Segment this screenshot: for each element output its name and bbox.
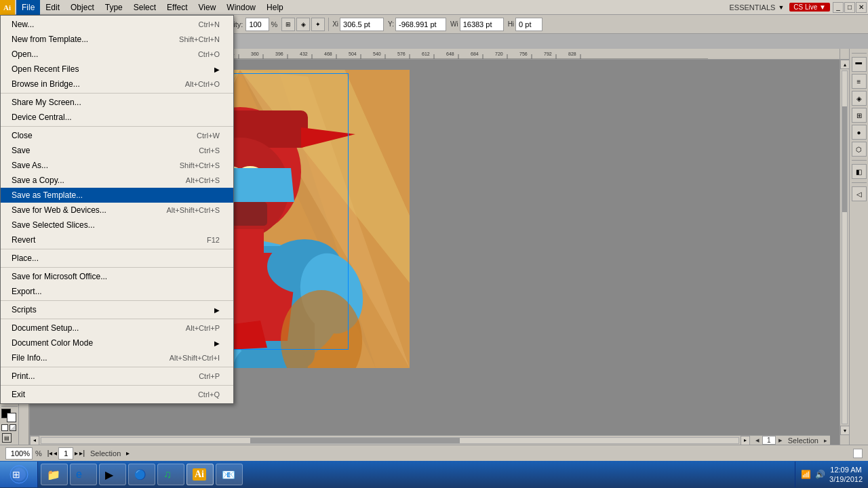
w-input[interactable]: [460, 18, 504, 31]
menu-item-device-central[interactable]: Device Central...: [1, 110, 233, 125]
icon-btn-2[interactable]: ◈: [296, 18, 310, 31]
menu-item-save-copy[interactable]: Save a Copy... Alt+Ctrl+S: [1, 173, 233, 188]
taskbar-illustrator[interactable]: Ai: [186, 464, 214, 485]
h-scroll-track[interactable]: [41, 437, 739, 444]
scroll-left-btn[interactable]: ◂: [30, 436, 39, 445]
panel-btn-1[interactable]: ▌: [852, 57, 867, 72]
panel-btn-4[interactable]: ⊞: [852, 108, 867, 123]
menu-item-save-web[interactable]: Save for Web & Devices... Alt+Shift+Ctrl…: [1, 203, 233, 218]
close-btn[interactable]: ✕: [856, 2, 867, 13]
menu-item-print[interactable]: Print... Ctrl+P: [1, 369, 233, 384]
menu-item-bridge[interactable]: Browse in Bridge... Alt+Ctrl+O: [1, 77, 233, 92]
maximize-btn[interactable]: □: [844, 2, 855, 13]
taskbar-app7[interactable]: 📧: [216, 464, 243, 485]
panel-toggle-btn[interactable]: ◁: [852, 186, 867, 201]
mode-arrow[interactable]: ▸: [824, 437, 827, 444]
system-clock[interactable]: 12:09 AM 3/19/2012: [829, 465, 863, 485]
menu-type[interactable]: Type: [100, 0, 128, 15]
menu-item-save-slices[interactable]: Save Selected Slices...: [1, 218, 233, 232]
menu-effect[interactable]: Effect: [161, 0, 193, 15]
scroll-right-btn[interactable]: ▸: [741, 436, 750, 445]
cs-live-btn[interactable]: CS Live ▼: [789, 3, 830, 12]
x-input[interactable]: [340, 18, 384, 31]
prev-page-btn[interactable]: ◂: [755, 436, 760, 445]
icon-btn-3[interactable]: ✦: [311, 18, 325, 31]
menu-item-new-template[interactable]: New from Template... Shift+Ctrl+N: [1, 32, 233, 47]
next-page-btn[interactable]: ▸: [778, 436, 783, 445]
menu-item-save-as[interactable]: Save As... Shift+Ctrl+S: [1, 158, 233, 173]
menu-select[interactable]: Select: [128, 0, 161, 15]
prev-page-btn[interactable]: ◂: [54, 449, 57, 457]
page-nav: ◂ 1 ▸: [755, 436, 783, 445]
panel-btn-5[interactable]: ●: [852, 125, 867, 140]
v-scrollbar[interactable]: ▴ ▾: [840, 60, 849, 445]
statusbar-mode: Selection: [90, 449, 121, 458]
start-button[interactable]: ⊞: [0, 462, 38, 487]
h-scrollbar[interactable]: ◂ ▸ ◂ 1 ▸ Selection ▸: [30, 435, 830, 445]
taskbar-wmp[interactable]: ▶: [99, 464, 126, 485]
panel-btn-7[interactable]: ◧: [852, 164, 867, 179]
tray-speaker-icon: 🔊: [815, 470, 825, 479]
first-page-btn[interactable]: |◂: [47, 449, 53, 457]
menu-window[interactable]: Window: [221, 0, 261, 15]
color-swatches[interactable]: [1, 409, 18, 424]
scroll-down-btn[interactable]: ▾: [840, 426, 849, 435]
corner-resize: [840, 435, 849, 445]
menu-item-place[interactable]: Place...: [1, 251, 233, 266]
menu-item-file-info[interactable]: File Info... Alt+Shift+Ctrl+I: [1, 350, 233, 365]
mode-expand-btn[interactable]: ▸: [126, 449, 130, 457]
menu-item-export[interactable]: Export...: [1, 284, 233, 299]
menu-view[interactable]: View: [193, 0, 222, 15]
tray-network-icon: 📶: [801, 470, 811, 479]
back-draw-btn[interactable]: [9, 424, 16, 431]
minimize-btn[interactable]: _: [833, 2, 844, 13]
workspace-dropdown-icon[interactable]: ▼: [778, 4, 784, 11]
menu-item-open[interactable]: Open... Ctrl+O: [1, 47, 233, 62]
menu-item-doc-setup[interactable]: Document Setup... Alt+Ctrl+P: [1, 321, 233, 336]
v-scroll-track[interactable]: [842, 70, 848, 424]
menu-edit[interactable]: Edit: [40, 0, 65, 15]
panel-btn-2[interactable]: ≡: [852, 74, 867, 89]
svg-text:684: 684: [471, 52, 479, 56]
menu-file[interactable]: File: [16, 0, 40, 15]
v-scroll-thumb[interactable]: [842, 106, 847, 212]
menu-item-open-recent[interactable]: Open Recent Files ▶: [1, 62, 233, 77]
menu-object[interactable]: Object: [65, 0, 100, 15]
svg-text:612: 612: [422, 52, 430, 56]
ai-taskbar-icon: Ai: [193, 468, 206, 481]
menu-item-share-screen[interactable]: Share My Screen...: [1, 95, 233, 110]
h-input[interactable]: [515, 18, 542, 31]
next-page-btn-2[interactable]: ▸: [75, 449, 78, 457]
opacity-input[interactable]: [245, 18, 269, 31]
menu-item-close[interactable]: Close Ctrl+W: [1, 128, 233, 143]
menu-item-save-template[interactable]: Save as Template...: [1, 188, 233, 203]
panel-btn-6[interactable]: ⬡: [852, 142, 867, 157]
menu-item-scripts[interactable]: Scripts ▶: [1, 302, 233, 317]
screen-mode-btn[interactable]: ▤: [2, 433, 12, 443]
panel-btn-3[interactable]: ◈: [852, 91, 867, 106]
menu-item-save[interactable]: Save Ctrl+S: [1, 143, 233, 158]
chrome-icon: 🔵: [134, 469, 146, 480]
page-input[interactable]: 1: [762, 436, 776, 445]
menu-item-exit[interactable]: Exit Ctrl+Q: [1, 387, 233, 402]
taskbar-ie[interactable]: e: [70, 464, 97, 485]
y-input[interactable]: [395, 18, 446, 31]
zoom-percent: %: [35, 449, 42, 458]
menu-item-doc-color[interactable]: Document Color Mode ▶: [1, 336, 233, 350]
taskbar-explorer[interactable]: 📁: [41, 464, 68, 485]
menu-item-save-office[interactable]: Save for Microsoft Office...: [1, 269, 233, 284]
normal-draw-btn[interactable]: [1, 424, 8, 431]
panel-divider: [852, 53, 867, 54]
scroll-up-btn[interactable]: ▴: [840, 60, 849, 69]
page-num-input[interactable]: [58, 447, 73, 460]
h-scroll-thumb[interactable]: [250, 438, 459, 443]
menu-item-new[interactable]: New... Ctrl+N: [1, 17, 233, 32]
icon-btn-1[interactable]: ⊞: [281, 18, 295, 31]
taskbar-chrome[interactable]: 🔵: [128, 464, 155, 485]
zoom-input[interactable]: [5, 447, 33, 460]
taskbar-spotify[interactable]: ♫: [157, 464, 184, 485]
last-page-btn[interactable]: ▸|: [79, 449, 85, 457]
svg-text:756: 756: [519, 52, 528, 56]
menu-help[interactable]: Help: [261, 0, 289, 15]
menu-item-revert[interactable]: Revert F12: [1, 232, 233, 247]
